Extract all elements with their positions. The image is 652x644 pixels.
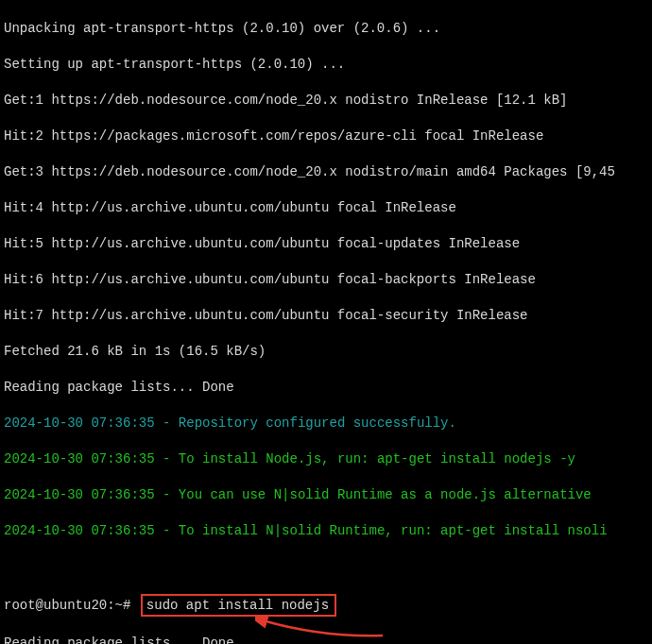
info-line: 2024-10-30 07:36:35 - To install N|solid… [4,522,652,540]
terminal-output[interactable]: Unpacking apt-transport-https (2.0.10) o… [0,0,652,644]
timestamp: 2024-10-30 07:36:35 [4,523,155,538]
info-msg: Repository configured successfully. [179,415,456,431]
prompt-prefix: root@ubuntu20:~# [4,594,139,617]
info-msg: You can use N|solid Runtime as a node.js… [179,487,592,502]
apt-line: Hit:4 http://us.archive.ubuntu.com/ubunt… [4,199,652,217]
info-line: 2024-10-30 07:36:35 - Repository configu… [4,415,652,432]
apt-line: Get:3 https://deb.nodesource.com/node_20… [4,163,652,181]
apt-output: Reading package lists... Done [4,635,652,644]
apt-line: Hit:7 http://us.archive.ubuntu.com/ubunt… [4,307,652,325]
timestamp: 2024-10-30 07:36:35 [4,451,155,466]
info-msg: To install N|solid Runtime, run: apt-get… [179,523,608,538]
apt-line: Hit:6 http://us.archive.ubuntu.com/ubunt… [4,271,652,289]
dash: - [155,451,179,466]
timestamp: 2024-10-30 07:36:35 [4,415,155,431]
dash: - [155,487,179,502]
apt-line: Get:1 https://deb.nodesource.com/node_20… [4,92,652,110]
apt-line: Hit:5 http://us.archive.ubuntu.com/ubunt… [4,235,652,253]
info-msg: To install Node.js, run: apt-get install… [179,451,575,466]
blank-line [4,558,652,576]
apt-line: Fetched 21.6 kB in 1s (16.5 kB/s) [4,343,652,361]
info-line: 2024-10-30 07:36:35 - You can use N|soli… [4,486,652,504]
apt-line: Reading package lists... Done [4,379,652,397]
highlighted-command: sudo apt install nodejs [141,594,336,617]
prompt-line[interactable]: root@ubuntu20:~# sudo apt install nodejs [4,594,652,617]
apt-line: Hit:2 https://packages.microsoft.com/rep… [4,127,652,145]
apt-line: Unpacking apt-transport-https (2.0.10) o… [4,20,652,38]
info-line: 2024-10-30 07:36:35 - To install Node.js… [4,450,652,468]
timestamp: 2024-10-30 07:36:35 [4,487,155,502]
dash: - [155,523,179,538]
apt-line: Setting up apt-transport-https (2.0.10) … [4,56,652,74]
dash: - [155,415,179,431]
